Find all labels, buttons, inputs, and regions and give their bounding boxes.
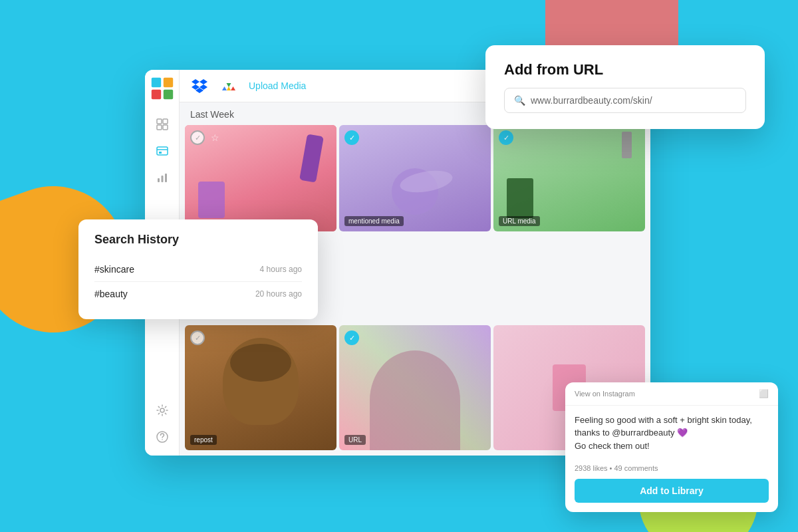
search-time-2: 20 hours ago (255, 289, 302, 299)
instagram-header: View on Instagram ⬜ (565, 382, 778, 406)
instagram-share-icon[interactable]: ⬜ (759, 389, 769, 398)
svg-rect-8 (157, 147, 168, 155)
grid-item-5[interactable]: ✓ URL (339, 325, 491, 450)
grid-item-4[interactable]: ✓ repost (185, 325, 336, 450)
svg-rect-7 (163, 125, 168, 130)
gdrive-icon[interactable] (219, 76, 238, 95)
dropbox-icon[interactable] (190, 76, 209, 95)
grid-item-1-check[interactable]: ✓ (190, 130, 205, 145)
svg-rect-2 (151, 90, 160, 99)
svg-rect-5 (163, 119, 168, 124)
svg-rect-10 (158, 178, 160, 182)
sidebar-item-media[interactable] (152, 140, 173, 162)
instagram-popup: View on Instagram ⬜ Feeling so good with… (565, 382, 778, 513)
sidebar-item-help[interactable] (152, 426, 173, 448)
search-history-popup: Search History #skincare 4 hours ago #be… (78, 219, 318, 319)
search-history-item-1[interactable]: #skincare 4 hours ago (94, 257, 302, 282)
svg-rect-9 (159, 152, 162, 154)
search-time-1: 4 hours ago (260, 265, 302, 274)
grid-item-2-check[interactable]: ✓ (344, 130, 359, 145)
svg-point-15 (162, 439, 163, 440)
upload-media-button[interactable]: Upload Media (249, 80, 306, 91)
grid-item-4-badge: repost (190, 435, 217, 445)
grid-item-4-check[interactable]: ✓ (190, 331, 205, 345)
svg-rect-12 (165, 174, 167, 182)
instagram-caption: Feeling so good with a soft + bright ski… (565, 406, 778, 461)
add-to-library-button[interactable]: Add to Library (575, 479, 769, 503)
svg-point-13 (160, 408, 164, 412)
search-tag-1: #skincare (94, 264, 134, 275)
svg-rect-1 (163, 78, 172, 87)
svg-rect-3 (163, 90, 172, 99)
add-url-title: Add from URL (504, 61, 746, 78)
grid-item-3-check[interactable]: ✓ (499, 130, 513, 145)
add-url-popup: Add from URL 🔍 www.burrardbeauty.com/ski… (485, 45, 765, 129)
grid-item-3-badge: URL media (499, 216, 540, 226)
grid-item-3[interactable]: ✓ URL media (493, 125, 645, 231)
instagram-view-link[interactable]: View on Instagram (575, 390, 635, 398)
url-input-value: www.burrardbeauty.com/skin/ (531, 95, 652, 106)
sidebar-item-settings[interactable] (152, 400, 173, 421)
app-logo[interactable] (150, 76, 174, 100)
svg-rect-0 (151, 78, 160, 87)
instagram-stats: 2938 likes • 49 comments (565, 460, 778, 479)
svg-rect-4 (157, 119, 162, 124)
url-input-wrapper[interactable]: 🔍 www.burrardbeauty.com/skin/ (504, 88, 746, 113)
search-history-title: Search History (94, 233, 302, 247)
grid-item-2-badge: mentioned media (344, 216, 404, 226)
grid-item-1-star[interactable]: ☆ (207, 130, 222, 145)
grid-item-5-check[interactable]: ✓ (344, 331, 359, 345)
sidebar-item-analytics[interactable] (152, 167, 173, 188)
svg-rect-6 (157, 125, 162, 130)
sidebar-bottom (152, 400, 173, 456)
search-tag-2: #beauty (94, 289, 128, 299)
search-history-item-2[interactable]: #beauty 20 hours ago (94, 282, 302, 306)
svg-rect-11 (161, 176, 163, 182)
grid-item-2[interactable]: ✓ mentioned media (339, 125, 491, 231)
grid-item-1[interactable]: ✓ ☆ (185, 125, 336, 231)
sidebar-item-grid[interactable] (152, 114, 173, 135)
search-icon: 🔍 (514, 95, 525, 106)
grid-item-5-badge: URL (344, 435, 366, 445)
